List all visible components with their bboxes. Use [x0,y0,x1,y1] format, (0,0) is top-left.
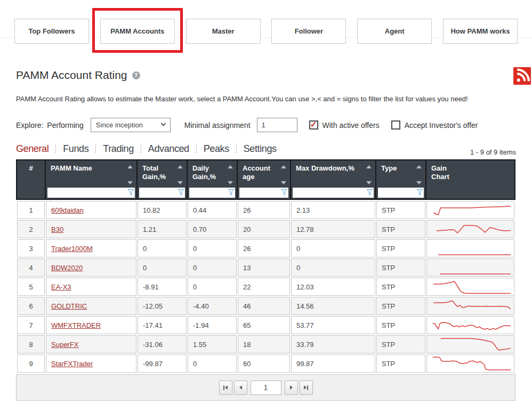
column-header-total-gain[interactable]: Total Gain,% [138,160,187,199]
type-cell: STP [376,316,425,334]
sort-desc-icon[interactable] [366,181,372,184]
filter-funnel-icon[interactable] [281,189,287,196]
table-row: 9StarFXTrader-99.8706099.87STP [16,354,515,373]
pamm-account-link[interactable]: StarFXTrader [51,360,93,368]
gain-chart-cell [426,239,514,257]
tab-peaks[interactable]: Peaks [204,143,229,155]
sort-asc-icon[interactable] [228,165,233,168]
pamm-account-link[interactable]: GOLDTRIC [51,302,87,310]
sort-asc-icon[interactable] [281,165,286,168]
type-cell: STP [376,278,425,296]
filter-input-pamm-name[interactable] [47,188,135,198]
total-gain-cell: -31.06 [138,335,187,353]
nav-button-how-pamm-works[interactable]: How PAMM works [443,19,518,44]
main-content: PAMM Account Rating ? PAMM Account Ratin… [0,69,532,401]
pamm-account-link[interactable]: WMFXTRADER [51,321,101,329]
nav-item: Follower [271,19,346,44]
sort-desc-icon[interactable] [281,181,286,184]
with-active-offers-checkbox[interactable]: ✓ [309,120,318,130]
sort-desc-icon[interactable] [228,181,233,184]
nav-button-top-followers[interactable]: Top Followers [14,19,89,44]
tab-funds[interactable]: Funds [63,143,88,155]
nav-button-pamm-accounts[interactable]: PAMM Accounts [100,19,175,44]
tab-general[interactable]: General [16,143,49,155]
with-active-offers-group: ✓ With active offers [309,120,380,130]
first-page-button[interactable] [219,381,232,395]
tab-trading[interactable]: Trading [103,143,134,155]
filter-input-max-drawdown[interactable] [293,188,374,198]
pagination-bar [16,374,515,401]
sort-desc-icon[interactable] [416,181,422,184]
table-row: 2B301.210.702012.78STP [16,220,515,238]
pamm-account-link[interactable]: B30 [51,225,63,233]
gain-chart-sparkline [430,279,511,295]
filter-funnel-icon[interactable] [417,189,423,196]
tab-separator [196,144,197,154]
nav-button-follower[interactable]: Follower [271,19,346,44]
page-title: PAMM Account Rating [16,69,127,82]
pamm-account-link[interactable]: BDW2020 [51,264,83,272]
filter-funnel-icon[interactable] [367,189,373,196]
account-age-cell: 26 [238,201,290,219]
total-gain-cell: -8.91 [138,278,187,296]
nav-button-agent[interactable]: Agent [357,19,432,44]
tab-settings[interactable]: Settings [244,143,277,155]
daily-gain-cell: 0 [188,354,237,373]
account-age-cell: 13 [238,259,290,277]
page-number-input[interactable] [251,381,281,395]
column-header-type[interactable]: Type [376,160,425,199]
last-page-button[interactable] [300,381,313,395]
checkmark-icon: ✓ [310,119,317,130]
items-count: 1 - 9 of 9 items [470,148,516,156]
column-label: Gain Chart [426,160,457,181]
tab-separator [141,144,141,154]
total-gain-cell: -12.05 [138,297,187,315]
type-cell: STP [376,297,425,315]
nav-button-master[interactable]: Master [186,19,261,44]
gain-chart-sparkline [430,336,511,352]
tab-separator [236,144,237,154]
pamm-account-link[interactable]: 609daidan [51,206,84,214]
row-number: 5 [17,278,45,296]
sort-desc-icon[interactable] [178,181,183,184]
column-header-account-age[interactable]: Account age [238,160,290,199]
gain-chart-sparkline [430,202,511,218]
table-row: 3Trader1000M00260STP [16,239,515,257]
filter-funnel-icon[interactable] [128,189,134,196]
sort-asc-icon[interactable] [416,165,422,168]
column-header-max-drawdown[interactable]: Max Drawdown,% [291,160,375,199]
accept-investors-offer-checkbox[interactable]: ✓ [391,120,400,130]
tab-advanced[interactable]: Advanced [148,143,189,155]
filter-funnel-icon[interactable] [178,189,184,196]
sort-asc-icon[interactable] [366,165,372,168]
pamm-name-cell: SuperFX [46,335,136,353]
account-age-cell: 20 [238,220,290,238]
rss-icon[interactable] [513,67,531,85]
last-page-icon [304,385,307,390]
minimal-assignment-input[interactable] [257,118,297,132]
max-drawdown-cell: 2.13 [291,201,375,219]
sort-asc-icon[interactable] [127,165,133,168]
period-select[interactable]: Since inception [91,118,171,132]
column-header-daily-gain[interactable]: Daily Gain,% [188,160,237,199]
pamm-name-cell: GOLDTRIC [46,297,136,315]
title-row: PAMM Account Rating ? [16,69,516,82]
nav-item: Master [186,19,261,44]
prev-page-button[interactable] [234,381,247,395]
column-header-pamm-name[interactable]: PAMM Name [46,160,136,199]
pamm-account-link[interactable]: SuperFX [51,341,78,349]
next-page-button[interactable] [285,381,298,395]
sort-desc-icon[interactable] [127,181,133,184]
pamm-account-link[interactable]: Trader1000M [51,245,93,253]
pamm-account-link[interactable]: EA-X3 [51,283,71,291]
sort-asc-icon[interactable] [178,165,183,168]
top-nav: Top FollowersPAMM AccountsMasterFollower… [0,0,532,44]
filter-funnel-icon[interactable] [228,189,234,196]
row-number: 4 [17,259,45,277]
account-age-cell: 26 [238,239,290,257]
max-drawdown-cell: 12.03 [291,278,375,296]
table-row: 1609daidan10.820.44262.13STP [16,201,515,219]
pamm-name-cell: B30 [46,220,136,238]
next-page-icon [290,385,293,390]
help-icon[interactable]: ? [132,71,140,79]
